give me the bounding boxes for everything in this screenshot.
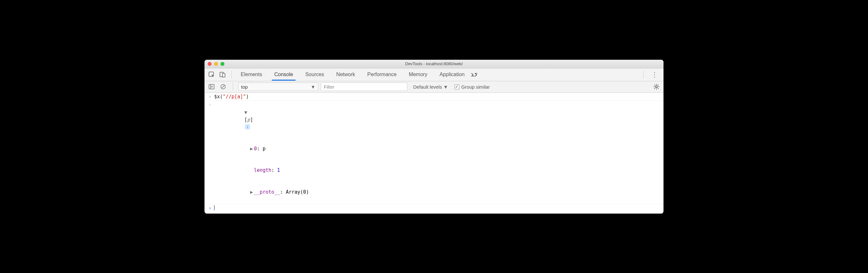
tab-network[interactable]: Network <box>335 69 356 80</box>
clear-console-icon[interactable] <box>219 82 227 91</box>
more-tabs-icon[interactable] <box>470 70 479 79</box>
tab-elements[interactable]: Elements <box>240 69 264 80</box>
svg-line-14 <box>654 88 655 89</box>
info-icon[interactable]: i <box>245 124 250 130</box>
tab-application[interactable]: Application <box>438 69 466 80</box>
context-label: top <box>241 84 248 90</box>
bracket-open: [ <box>244 117 247 123</box>
tab-console[interactable]: Console <box>273 69 294 80</box>
console-settings-icon[interactable] <box>652 82 661 91</box>
index-val: p <box>262 146 266 152</box>
tab-sources[interactable]: Sources <box>304 69 326 80</box>
result-object[interactable]: ▼ [p] i ▶0: p length: 1 ▶__proto__: Arra… <box>214 102 309 203</box>
svg-line-6 <box>222 85 225 88</box>
tab-memory[interactable]: Memory <box>407 69 429 80</box>
devtools-window: DevTools - localhost:8080/web/ ElementsC… <box>205 60 663 214</box>
prompt-chevron-icon: › <box>208 205 212 211</box>
input-chevron-icon: › <box>208 94 212 100</box>
inspect-element-icon[interactable] <box>207 70 216 79</box>
toggle-sidebar-icon[interactable] <box>207 82 216 91</box>
console-prompt-input[interactable] <box>214 205 214 211</box>
console-toolbar: top ▼ Filter Default levels ▼ ✓ Group si… <box>205 81 663 93</box>
svg-line-15 <box>658 85 658 85</box>
levels-label: Default levels <box>413 84 442 90</box>
console-body: › $x("//p[a]") ‹ ▼ [p] i ▶0: p length: 1… <box>205 93 663 214</box>
checkbox-checked-icon: ✓ <box>455 84 459 89</box>
chevron-down-icon: ▼ <box>443 84 448 90</box>
length-val: 1 <box>277 167 280 173</box>
proto-val: Array(0) <box>286 189 309 195</box>
disclosure-closed-icon[interactable]: ▶ <box>250 145 254 153</box>
main-tabbar: ElementsConsoleSourcesNetworkPerformance… <box>205 69 663 81</box>
proto-key: __proto__ <box>254 189 280 195</box>
chevron-down-icon: ▼ <box>311 84 315 90</box>
filter-input[interactable]: Filter <box>321 83 407 91</box>
console-output-row: ‹ ▼ [p] i ▶0: p length: 1 ▶__proto__: Ar… <box>205 101 663 204</box>
filter-placeholder: Filter <box>324 84 334 90</box>
disclosure-open-icon[interactable]: ▼ <box>244 109 248 116</box>
index-key: 0 <box>254 146 257 152</box>
length-key: length <box>254 167 271 173</box>
console-input-row: › $x("//p[a]") <box>205 93 663 101</box>
tab-performance[interactable]: Performance <box>366 69 398 80</box>
context-selector[interactable]: top ▼ <box>238 83 318 91</box>
group-similar-toggle[interactable]: ✓ Group similar <box>455 84 490 90</box>
output-chevron-icon: ‹ <box>208 102 212 108</box>
svg-rect-2 <box>222 73 225 77</box>
bracket-close: ] <box>250 117 253 123</box>
svg-line-13 <box>658 88 658 89</box>
divider <box>233 83 233 90</box>
levels-selector[interactable]: Default levels ▼ <box>413 84 448 90</box>
divider <box>643 71 644 78</box>
divider <box>231 71 232 78</box>
console-prompt-row[interactable]: › <box>205 204 663 214</box>
console-input-code: $x("//p[a]") <box>214 94 249 100</box>
titlebar: DevTools - localhost:8080/web/ <box>205 60 663 69</box>
panel-tabs: ElementsConsoleSourcesNetworkPerformance… <box>240 69 466 80</box>
window-title: DevTools - localhost:8080/web/ <box>205 61 663 66</box>
svg-point-7 <box>655 86 657 88</box>
settings-menu-icon[interactable]: ⋮ <box>648 71 661 78</box>
disclosure-closed-icon[interactable]: ▶ <box>250 189 254 196</box>
svg-line-12 <box>654 85 655 85</box>
device-toolbar-icon[interactable] <box>218 70 227 79</box>
group-similar-label: Group similar <box>461 84 490 90</box>
